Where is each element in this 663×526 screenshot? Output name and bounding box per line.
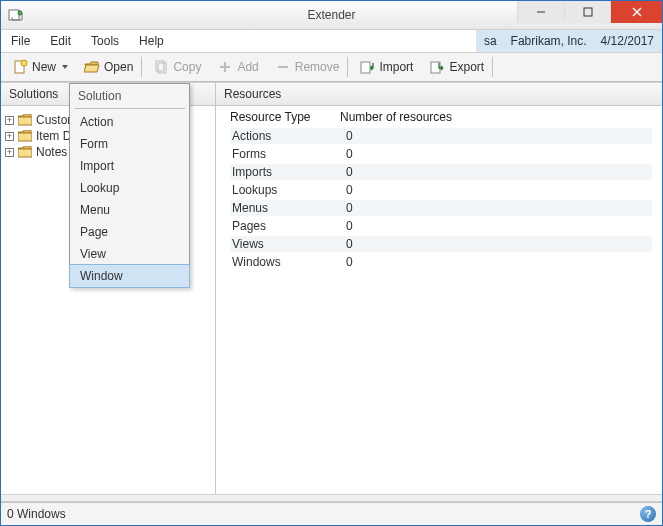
cell-count: 0	[344, 146, 652, 162]
col-header-count[interactable]: Number of resources	[340, 110, 652, 124]
close-button[interactable]	[611, 1, 662, 23]
menu-help[interactable]: Help	[129, 30, 174, 52]
table-row[interactable]: Pages0	[230, 217, 652, 235]
cell-type: Windows	[230, 254, 344, 270]
add-icon	[217, 59, 233, 75]
new-button[interactable]: New	[5, 56, 75, 78]
svg-point-1	[18, 11, 22, 15]
cell-count: 0	[344, 218, 652, 234]
copy-label: Copy	[173, 60, 201, 74]
cell-type: Pages	[230, 218, 344, 234]
tree-expand-icon[interactable]: +	[5, 148, 14, 157]
remove-icon	[275, 59, 291, 75]
dropdown-item-import[interactable]: Import	[70, 155, 189, 177]
cell-type: Lookups	[230, 182, 344, 198]
minimize-button[interactable]	[517, 1, 564, 23]
window-root: Extender File Edit Tools Help sa Fabrika…	[0, 0, 663, 526]
tree-expand-icon[interactable]: +	[5, 116, 14, 125]
export-button[interactable]: Export	[422, 56, 493, 78]
dropdown-header: Solution	[70, 84, 189, 108]
session-date: 4/12/2017	[601, 34, 654, 48]
app-icon	[7, 7, 23, 23]
open-label: Open	[104, 60, 133, 74]
table-row[interactable]: Actions0	[230, 127, 652, 145]
window-controls	[517, 1, 662, 23]
folder-icon	[18, 114, 32, 126]
chevron-down-icon[interactable]	[62, 65, 68, 69]
cell-type: Views	[230, 236, 344, 252]
cell-count: 0	[344, 200, 652, 216]
folder-icon	[18, 146, 32, 158]
cell-type: Imports	[230, 164, 344, 180]
menu-edit[interactable]: Edit	[40, 30, 81, 52]
cell-count: 0	[344, 128, 652, 144]
help-icon[interactable]: ?	[640, 506, 656, 522]
add-label: Add	[237, 60, 258, 74]
dropdown-separator	[74, 108, 185, 109]
export-icon	[429, 59, 445, 75]
folder-icon	[18, 130, 32, 142]
dropdown-item-form[interactable]: Form	[70, 133, 189, 155]
resources-pane: Resources Resource Type Number of resour…	[216, 83, 662, 494]
table-row[interactable]: Lookups0	[230, 181, 652, 199]
maximize-button[interactable]	[564, 1, 611, 23]
remove-button[interactable]: Remove	[268, 56, 349, 78]
svg-point-7	[21, 60, 27, 66]
export-label: Export	[449, 60, 484, 74]
status-text: 0 Windows	[7, 507, 66, 521]
toolbar: New Open Copy Add Remove	[1, 53, 662, 82]
new-dropdown-menu[interactable]: Solution ActionFormImportLookupMenuPageV…	[69, 83, 190, 288]
resources-grid: Resource Type Number of resources Action…	[216, 106, 662, 275]
cell-type: Menus	[230, 200, 344, 216]
new-icon	[12, 59, 28, 75]
table-row[interactable]: Views0	[230, 235, 652, 253]
titlebar: Extender	[1, 1, 662, 30]
col-header-type[interactable]: Resource Type	[230, 110, 340, 124]
import-button[interactable]: Import	[352, 56, 420, 78]
tree-expand-icon[interactable]: +	[5, 132, 14, 141]
table-row[interactable]: Forms0	[230, 145, 652, 163]
dropdown-item-menu[interactable]: Menu	[70, 199, 189, 221]
grid-header: Resource Type Number of resources	[230, 110, 652, 127]
table-row[interactable]: Imports0	[230, 163, 652, 181]
dropdown-item-action[interactable]: Action	[70, 111, 189, 133]
svg-rect-0	[9, 10, 19, 20]
resources-header: Resources	[216, 83, 662, 106]
tree-item-label: Notes	[36, 145, 67, 159]
remove-label: Remove	[295, 60, 340, 74]
svg-rect-13	[361, 62, 370, 73]
cell-count: 0	[344, 254, 652, 270]
menu-file[interactable]: File	[1, 30, 40, 52]
cell-count: 0	[344, 236, 652, 252]
pane-gap	[1, 494, 662, 502]
body: Solutions + Custom + Item D + Notes	[1, 82, 662, 494]
dropdown-item-page[interactable]: Page	[70, 221, 189, 243]
dropdown-item-lookup[interactable]: Lookup	[70, 177, 189, 199]
svg-rect-3	[584, 8, 592, 16]
import-label: Import	[379, 60, 413, 74]
copy-button[interactable]: Copy	[146, 56, 208, 78]
new-label: New	[32, 60, 56, 74]
table-row[interactable]: Windows0	[230, 253, 652, 271]
session-user: sa	[484, 34, 497, 48]
menubar: File Edit Tools Help sa Fabrikam, Inc. 4…	[1, 30, 662, 53]
cell-type: Forms	[230, 146, 344, 162]
dropdown-item-window[interactable]: Window	[69, 264, 190, 288]
add-button[interactable]: Add	[210, 56, 265, 78]
cell-count: 0	[344, 164, 652, 180]
session-company: Fabrikam, Inc.	[511, 34, 587, 48]
table-row[interactable]: Menus0	[230, 199, 652, 217]
session-info: sa Fabrikam, Inc. 4/12/2017	[476, 30, 662, 52]
tree-item-label: Item D	[36, 129, 71, 143]
cell-count: 0	[344, 182, 652, 198]
menu-tools[interactable]: Tools	[81, 30, 129, 52]
import-icon	[359, 59, 375, 75]
copy-icon	[153, 59, 169, 75]
dropdown-item-view[interactable]: View	[70, 243, 189, 265]
open-button[interactable]: Open	[77, 56, 142, 78]
statusbar: 0 Windows ?	[1, 502, 662, 525]
cell-type: Actions	[230, 128, 344, 144]
open-folder-icon	[84, 59, 100, 75]
